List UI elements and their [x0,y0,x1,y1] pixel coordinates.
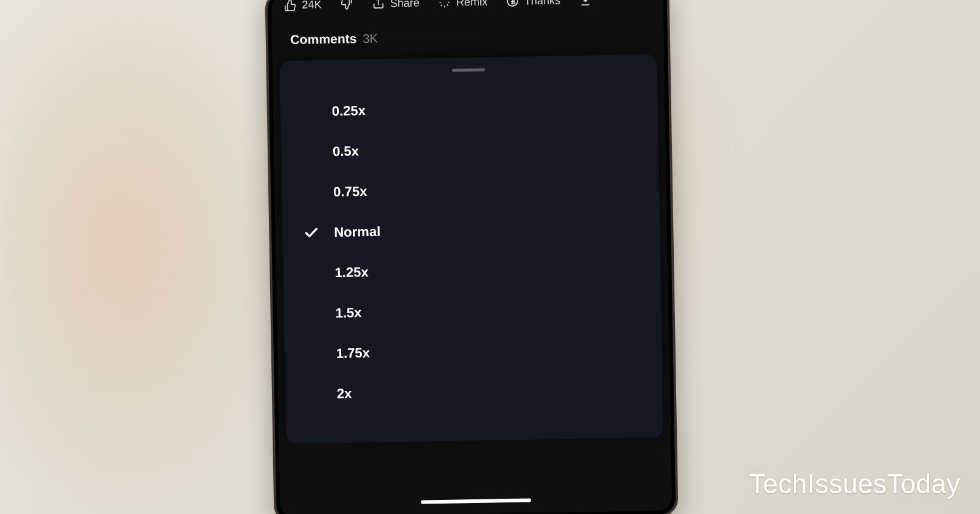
speed-option[interactable]: 1.25x [283,247,661,294]
comments-label: Comments [290,31,357,47]
speed-options-list: 0.25x0.5x0.75xNormal1.25x1.5x1.75x2x [280,86,663,415]
share-icon [372,0,385,10]
download-icon [579,0,592,7]
playback-speed-sheet: 0.25x0.5x0.75xNormal1.25x1.5x1.75x2x [279,54,663,444]
speed-option-label: 1.75x [336,340,644,362]
speed-option-label: 0.5x [333,138,640,160]
check-icon [303,394,337,395]
speed-option-label: 1.5x [335,300,643,321]
check-icon [300,225,334,241]
check-icon [301,313,336,314]
sheet-drag-handle[interactable] [452,69,485,72]
speed-option[interactable]: 0.75x [282,166,660,214]
remix-button[interactable]: Remix [438,0,488,9]
speed-option-label: 2x [337,381,644,402]
thanks-icon [506,0,519,8]
thanks-button[interactable]: Thanks [506,0,560,8]
check-icon [301,273,335,274]
remix-label: Remix [456,0,488,9]
share-label: Share [390,0,420,10]
watermark-text: TechIssuesToday [749,469,960,499]
speed-option[interactable]: 0.5x [281,126,658,173]
download-button[interactable] [579,0,592,7]
speed-option-label: 0.25x [332,98,639,119]
comments-section-header[interactable]: Comments 3K [271,13,664,58]
thumbs-up-icon [284,0,297,12]
home-indicator[interactable] [421,498,531,504]
dislike-button[interactable] [340,0,353,11]
hand-blur-left [0,0,294,514]
speed-option-label: 0.75x [333,179,641,200]
like-count: 24K [302,0,322,11]
speed-option[interactable]: 2x [285,368,663,415]
phone-screen: 24K Share Remix Thanks Comments [271,0,673,514]
check-icon [298,152,333,152]
check-icon [302,354,336,354]
comments-count: 3K [363,32,378,46]
phone-frame: 24K Share Remix Thanks Comments [265,0,678,514]
speed-option[interactable]: Normal [282,207,660,254]
speed-option[interactable]: 0.25x [280,86,658,133]
speed-option[interactable]: 1.5x [284,288,662,335]
share-button[interactable]: Share [372,0,420,10]
speed-option-label: Normal [334,219,641,240]
speed-option[interactable]: 1.75x [284,328,662,375]
thanks-label: Thanks [524,0,560,7]
remix-icon [438,0,451,9]
check-icon [298,111,332,112]
speed-option-label: 1.25x [334,259,642,281]
check-icon [299,192,333,193]
thumbs-down-icon [340,0,353,11]
like-button[interactable]: 24K [284,0,322,12]
